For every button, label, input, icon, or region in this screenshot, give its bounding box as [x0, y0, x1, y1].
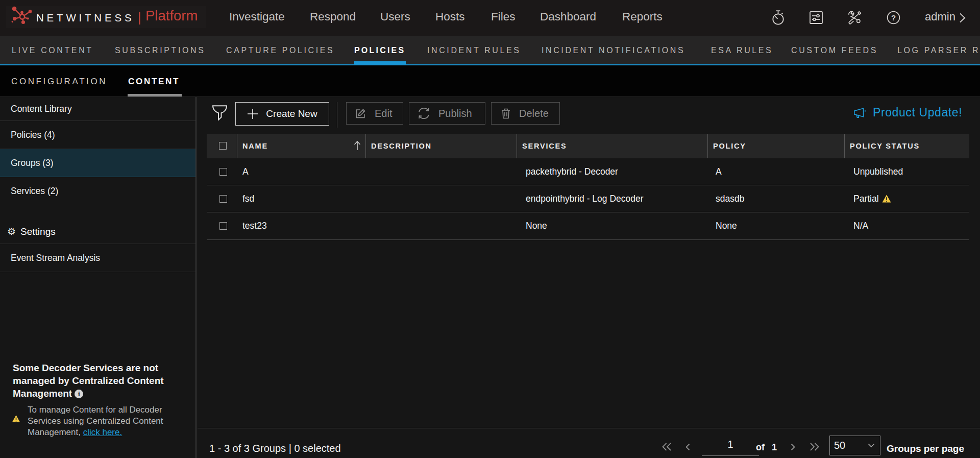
svg-text:?: ? [891, 13, 896, 22]
